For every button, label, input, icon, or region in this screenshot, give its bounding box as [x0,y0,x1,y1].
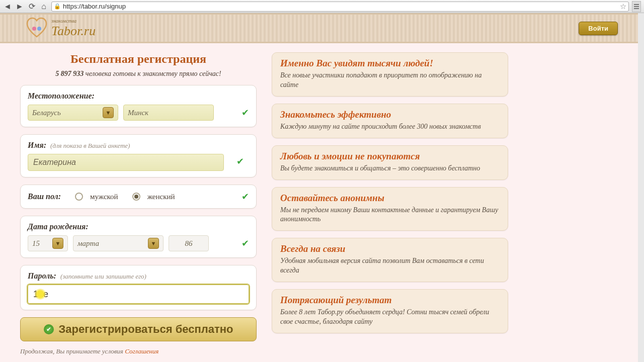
info-heading: Всегда на связи [280,243,500,254]
terms-link[interactable]: Соглашения [125,347,158,355]
info-text: Более 8 лет Табор.ру объединяет сердца! … [280,308,500,327]
city-input[interactable]: Минск [123,105,214,121]
check-icon: ✔ [242,107,249,118]
check-icon: ✔ [242,191,249,202]
password-hint: (запомните или запишите его) [60,273,146,280]
browser-toolbar: ◄ ► ⟳ ⌂ 🔒 https://tabor.ru/signup ☆ [0,0,644,13]
month-select[interactable]: марта ▼ [73,235,164,251]
register-button[interactable]: ✔ Зарегистрироваться бесплатно [20,317,257,341]
location-label: Местоположение: [28,92,95,100]
location-card: Местоположение: Беларусь ▼ Минск ✔ [20,85,257,127]
year-input[interactable]: 86 [169,235,209,251]
brand-tagline: знакомства [51,18,96,24]
radio-male[interactable] [75,193,83,201]
day-select[interactable]: 15 ▼ [28,235,68,251]
radio-female[interactable] [132,193,140,201]
menu-icon[interactable] [632,1,641,12]
subtitle: 5 897 933 человека готовы к знакомству п… [20,70,257,78]
back-icon[interactable]: ◄ [3,2,12,11]
info-card: Любовь и эмоции не покупаются Вы будете … [272,145,508,180]
logo[interactable]: знакомства Tabor.ru [25,17,96,40]
name-card: Имя: (для показа в Вашей анкете) ✔ [20,134,257,177]
reload-icon[interactable]: ⟳ [27,2,36,11]
male-label: мужской [90,193,118,201]
password-card: Пароль: (запомните или запишите его) [20,265,257,310]
info-heading: Потрясающий результат [280,295,500,306]
info-text: Каждую минуту на сайте происходит более … [280,122,500,132]
info-heading: Любовь и эмоции не покупаются [280,151,500,162]
svg-point-1 [37,27,41,31]
info-column: Именно Вас увидят тысячи людей! Все новы… [272,52,508,355]
page-title: Бесплатная регистрация [20,52,257,66]
check-icon: ✔ [236,156,244,167]
user-count: 5 897 933 [55,70,84,77]
check-icon: ✔ [242,238,249,249]
gender-label: Ваш пол: [28,192,61,201]
chevron-down-icon: ▼ [148,238,159,249]
brand-name: Tabor.ru [51,24,96,39]
female-label: женский [147,193,175,201]
login-button[interactable]: Войти [579,22,618,35]
info-text: Все новые участники попадают в приоритет… [280,71,500,90]
forward-icon[interactable]: ► [15,2,24,11]
password-label: Пароль: [28,272,56,280]
info-text: Удобная мобильная версия сайта позволит … [280,256,500,276]
dob-card: Дата рождения: 15 ▼ марта ▼ 86 ✔ [20,216,257,258]
chevron-down-icon: ▼ [103,107,114,118]
svg-point-0 [32,27,36,31]
site-header: знакомства Tabor.ru Войти [0,13,638,43]
chevron-down-icon: ▼ [52,238,63,249]
info-text: Мы не передаем никому Ваши контактные да… [280,206,500,225]
url-bar[interactable]: 🔒 https://tabor.ru/signup ☆ [51,2,629,12]
star-icon[interactable]: ☆ [620,2,626,11]
terms-text: Продолжая, Вы принимаете условия Соглаше… [20,347,257,355]
info-card: Именно Вас увидят тысячи людей! Все новы… [272,52,508,97]
country-select[interactable]: Беларусь ▼ [28,105,118,121]
scrollbar-thumb[interactable] [639,15,642,75]
name-hint: (для показа в Вашей анкете) [50,142,130,149]
heart-icon [25,17,48,40]
info-card: Всегда на связи Удобная мобильная версия… [272,238,508,282]
dob-label: Дата рождения: [28,222,89,231]
info-heading: Именно Вас увидят тысячи людей! [280,58,500,69]
url-text: https://tabor.ru/signup [63,3,126,10]
info-card: Знакомьтесь эффективно Каждую минуту на … [272,104,508,138]
check-circle-icon: ✔ [44,324,54,334]
info-heading: Оставайтесь анонимны [280,193,500,204]
home-icon[interactable]: ⌂ [39,2,48,11]
password-input[interactable] [28,285,249,304]
info-text: Вы будете знакомиться и общаться – это с… [280,164,500,173]
lock-icon: 🔒 [54,3,61,10]
name-label: Имя: [28,141,46,149]
info-heading: Знакомьтесь эффективно [280,109,500,120]
info-card: Потрясающий результат Более 8 лет Табор.… [272,289,508,333]
info-card: Оставайтесь анонимны Мы не передаем нико… [272,187,508,231]
name-input[interactable] [28,154,224,171]
gender-card: Ваш пол: мужской женский ✔ [20,185,257,209]
